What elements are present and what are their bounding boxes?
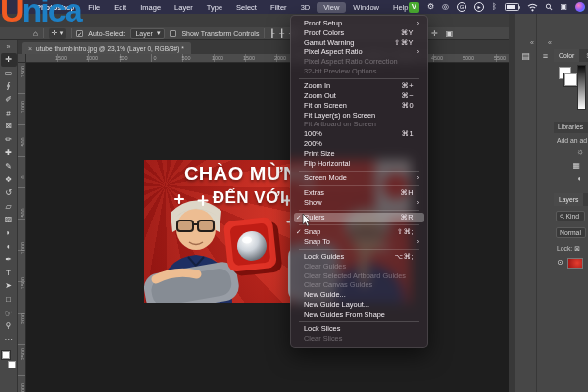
view-menu-item[interactable]: Fit Layer(s) on Screen	[294, 111, 424, 121]
view-menu-item[interactable]: Flip Horizontal	[294, 159, 424, 169]
view-menu-item[interactable]	[299, 185, 419, 186]
view-menu-item[interactable]: Gamut Warning ⇧⌘Y	[294, 38, 424, 48]
creative-cloud-eye-icon[interactable]: ◎	[442, 0, 449, 14]
view-menu-item[interactable]: Extras ⌘H	[294, 188, 424, 198]
libraries-panel-header[interactable]: Libraries	[554, 122, 588, 133]
marquee-tool[interactable]: ▭	[1, 67, 17, 80]
toggles-icon[interactable]: ⚙	[427, 0, 434, 14]
collapse-dock-icon[interactable]: «	[530, 39, 534, 46]
play-circle-icon[interactable]: ▸	[474, 2, 484, 12]
view-menu-item[interactable]	[299, 321, 419, 322]
align-center-icon[interactable]: ╂	[279, 29, 284, 38]
menu-bar-item[interactable]: Edit	[107, 2, 133, 13]
workspace-icon-a[interactable]: ✛	[431, 29, 438, 38]
tab-swatches-partial[interactable]: Sw	[581, 49, 588, 62]
curves-adjustment-icon[interactable]: ◐	[577, 174, 582, 183]
eyedropper-tool[interactable]: ✏	[1, 133, 17, 147]
align-left-icon[interactable]: ┠	[270, 29, 274, 38]
menu-bar-item[interactable]: File	[81, 2, 107, 13]
history-brush-tool[interactable]: ↺	[1, 186, 17, 200]
lasso-tool[interactable]: ∮	[1, 79, 17, 93]
view-menu-item[interactable]: New Guides From Shape	[294, 310, 424, 319]
view-menu-item[interactable]	[299, 78, 419, 79]
view-menu-item[interactable]	[299, 224, 419, 225]
layer-filter-kind-box[interactable]: ⚲ Kind	[556, 211, 585, 221]
home-icon[interactable]: ⌂	[33, 29, 38, 38]
view-menu-item[interactable]: Clear Canvas Guides	[294, 280, 424, 290]
view-menu-item[interactable]: New Guide...	[294, 290, 424, 300]
view-menu-item[interactable]: 32-bit Preview Options...	[294, 67, 424, 76]
collapse-dock-icon[interactable]: «	[548, 39, 552, 46]
g-circle-icon[interactable]: G	[457, 2, 466, 12]
bluetooth-icon[interactable]: ᛒ	[492, 0, 497, 14]
background-color-swatch[interactable]	[8, 361, 16, 368]
view-menu-item[interactable]: 100% ⌘1	[294, 129, 424, 139]
levels-adjustment-icon[interactable]: ▦	[572, 161, 580, 170]
hand-tool[interactable]: ☞	[1, 306, 17, 319]
auto-select-dropdown[interactable]: Layer▾	[130, 28, 165, 39]
view-menu-item[interactable]: Fit Artboard on Screen	[294, 120, 424, 129]
menu-bar-item[interactable]: 3D	[294, 2, 318, 13]
siri-icon[interactable]	[575, 2, 585, 12]
display-icon[interactable]: ▣	[560, 0, 567, 14]
search-icon[interactable]: ⚲	[542, 0, 557, 14]
view-menu-item[interactable]: Print Size	[294, 149, 424, 159]
view-menu-item[interactable]: Fit on Screen ⌘0	[294, 101, 424, 111]
view-menu-item[interactable]: Clear Slices	[294, 334, 424, 344]
clone-stamp-tool[interactable]: ❖	[1, 172, 17, 186]
view-menu-item[interactable]: Lock Guides ⌥⌘;	[294, 252, 424, 262]
menu-bar-item[interactable]: View	[317, 2, 346, 13]
auto-select-checkbox[interactable]: ✓	[76, 30, 83, 37]
color-front-swatch[interactable]	[564, 74, 577, 86]
view-menu-item[interactable]: Pixel Aspect Ratio ›	[294, 47, 424, 57]
document-tab[interactable]: × utube thumb intro.jpg @ 23,1% (Layer 0…	[22, 42, 191, 54]
menu-bar-item[interactable]: Type	[200, 2, 229, 13]
show-transform-checkbox[interactable]	[170, 30, 176, 37]
move-tool[interactable]: ✛	[1, 53, 17, 67]
view-menu-item[interactable]: Clear Guides	[294, 262, 424, 271]
battery-icon[interactable]	[505, 3, 519, 11]
view-menu-item[interactable]: Snap To ›	[294, 237, 424, 247]
color-gradient-slider[interactable]	[577, 65, 586, 110]
dodge-tool[interactable]: ◖	[1, 239, 17, 253]
zoom-tool[interactable]: ⚲	[1, 319, 17, 333]
brightness-adjustment-icon[interactable]: ☼	[577, 147, 584, 156]
layer-visibility-eye-icon[interactable]: ⊙	[557, 258, 564, 267]
menu-bar-item[interactable]: Window	[346, 2, 386, 13]
menu-bar-item[interactable]: Image	[133, 2, 168, 13]
blur-tool[interactable]: ◗	[1, 226, 17, 240]
view-menu-item[interactable]: New Guide Layout...	[294, 300, 424, 310]
shape-tool[interactable]: □	[1, 293, 17, 307]
horizontal-ruler[interactable]: 1500 1000 500 0 500 1000 1500 2000 2500 …	[26, 54, 509, 63]
tab-layers[interactable]: Layers	[554, 193, 583, 206]
collapse-toolbar-icon[interactable]: »	[7, 40, 11, 53]
view-menu-item[interactable]: Zoom In ⌘+	[294, 81, 424, 91]
crop-tool[interactable]: #	[1, 106, 17, 120]
menu-bar-item[interactable]: Filter	[264, 2, 294, 13]
path-selection-tool[interactable]: ➤	[1, 279, 17, 293]
view-menu-item[interactable]: Clear Selected Artboard Guides	[294, 271, 424, 281]
view-menu-item[interactable]	[299, 210, 419, 211]
view-menu-item[interactable]: Proof Setup ›	[294, 19, 424, 28]
brush-tool[interactable]: ✎	[1, 160, 17, 173]
menu-bar-item[interactable]: Select	[229, 2, 264, 13]
more-tools[interactable]: ⋯	[1, 332, 17, 346]
vertical-ruler[interactable]: 1500 1000 500 0 500 1000 1500 2000 2500 …	[18, 63, 26, 392]
pen-tool[interactable]: ✒	[1, 253, 17, 267]
v-app-badge-icon[interactable]: V	[409, 2, 419, 13]
view-menu-item[interactable]: Screen Mode ›	[294, 173, 424, 183]
view-menu-item[interactable]: Show ›	[294, 198, 424, 208]
view-menu-item[interactable]	[299, 249, 419, 250]
canvas-area[interactable]: CHÀO MỪNG ĐẾN VỚI	[26, 63, 509, 392]
menu-bar-item[interactable]: Layer	[168, 2, 200, 13]
view-menu-item[interactable]: Pixel Aspect Ratio Correction	[294, 57, 424, 67]
view-menu-item[interactable]: ✓ Snap ⇧⌘;	[294, 227, 424, 237]
lock-icon[interactable]: ⊠	[574, 245, 580, 252]
type-tool[interactable]: T	[1, 267, 17, 280]
tab-color[interactable]: Color	[554, 49, 579, 62]
wifi-icon[interactable]	[527, 3, 538, 12]
quick-selection-tool[interactable]: ✐	[1, 93, 17, 107]
sliders-icon[interactable]: ≡	[537, 51, 554, 61]
panel-stack-icon[interactable]: ▤	[515, 51, 536, 61]
workspace-icon-b[interactable]: ▣	[446, 29, 454, 38]
